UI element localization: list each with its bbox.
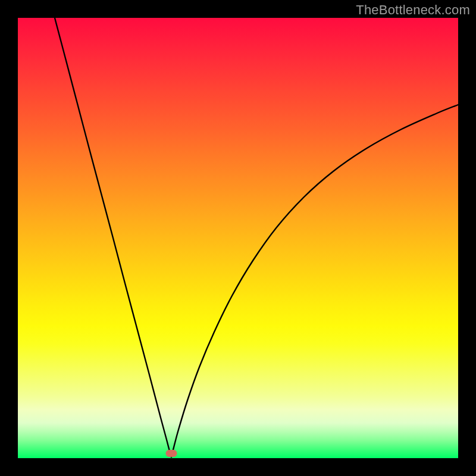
minimum-marker: [166, 450, 177, 457]
bottleneck-curve: [18, 18, 458, 458]
curve-left-branch: [55, 18, 171, 457]
chart-frame: TheBottleneck.com: [0, 0, 476, 476]
plot-area: [18, 18, 458, 458]
curve-right-branch: [171, 105, 458, 457]
watermark-text: TheBottleneck.com: [356, 2, 470, 18]
